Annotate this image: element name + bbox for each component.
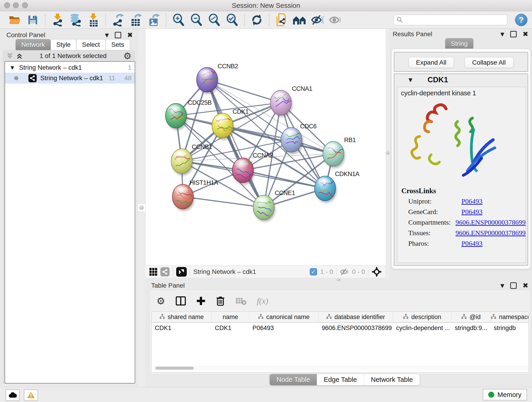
help-button[interactable]: ? bbox=[515, 14, 527, 26]
table-row[interactable]: CDK1CDK1P064939606.ENSP00000378699cyclin… bbox=[152, 323, 528, 333]
export-image-icon[interactable] bbox=[147, 13, 161, 27]
hidden-eye-icon[interactable] bbox=[340, 268, 349, 276]
close-panel-icon[interactable]: ✖ bbox=[523, 32, 528, 37]
import-network-database-icon[interactable] bbox=[68, 13, 82, 27]
scrollbar-thumb[interactable] bbox=[155, 367, 194, 370]
apply-layout-icon[interactable] bbox=[250, 13, 264, 27]
detach-view-icon[interactable] bbox=[176, 267, 187, 277]
table-cell[interactable]: cyclin-dependent ... bbox=[393, 323, 452, 333]
hide-selected-icon[interactable] bbox=[310, 13, 324, 27]
zoom-out-icon[interactable] bbox=[189, 13, 203, 27]
network-node-cdc6[interactable]: CDC6 bbox=[281, 123, 317, 154]
column-header[interactable]: shared name bbox=[152, 312, 212, 322]
save-session-icon[interactable] bbox=[26, 13, 40, 27]
selected-checkbox-icon[interactable]: ✓ bbox=[310, 268, 317, 275]
tab-network-table[interactable]: Network Table bbox=[364, 374, 420, 385]
panel-menu-icon[interactable]: ▼ bbox=[500, 283, 504, 288]
expand-all-icon[interactable] bbox=[16, 52, 23, 59]
tab-sets[interactable]: Sets bbox=[106, 39, 130, 50]
tab-network[interactable]: Network bbox=[16, 39, 51, 50]
delete-column-icon[interactable] bbox=[216, 296, 225, 306]
horizontal-splitter[interactable] bbox=[145, 278, 532, 281]
search-input[interactable] bbox=[403, 16, 496, 24]
network-edge[interactable] bbox=[207, 80, 264, 207]
crosslink-link[interactable]: P06493 bbox=[462, 240, 482, 247]
export-network-icon[interactable] bbox=[111, 13, 125, 27]
export-table-icon[interactable] bbox=[129, 13, 143, 27]
column-header[interactable]: canonical name bbox=[249, 312, 318, 322]
network-node-hist1h1a[interactable]: HIST1H1A bbox=[172, 179, 218, 211]
zoom-fit-icon[interactable] bbox=[207, 13, 221, 27]
network-row[interactable]: String Network – cdk1 11 48 bbox=[5, 73, 135, 84]
crosslink-link[interactable]: 9606.ENSP00000378699 bbox=[456, 229, 526, 237]
panel-menu-icon[interactable]: ▼ bbox=[105, 32, 109, 38]
first-neighbors-icon[interactable] bbox=[292, 13, 307, 27]
network-node-cdkn1a[interactable]: CDKN1A bbox=[315, 171, 360, 203]
float-panel-icon[interactable] bbox=[510, 31, 517, 37]
gene-collapse-icon[interactable]: ▼ bbox=[409, 77, 412, 83]
import-table-file-icon[interactable] bbox=[86, 13, 100, 27]
tab-select[interactable]: Select bbox=[76, 39, 106, 50]
table-horizontal-scrollbar[interactable] bbox=[153, 366, 529, 370]
grid-view-icon[interactable] bbox=[149, 268, 157, 276]
table-cell[interactable]: CDK1 bbox=[212, 323, 249, 333]
float-panel-icon[interactable] bbox=[115, 32, 121, 38]
collection-collapse-icon[interactable]: ▼ bbox=[11, 65, 14, 70]
network-node-rb1[interactable]: RB1 bbox=[323, 137, 356, 168]
crosslink-link[interactable]: 9606.ENSP00000378699 bbox=[456, 218, 526, 226]
network-graph[interactable]: CCNB2CCNA1CDC25BCDK1CDC6RB1CCNB1CCNA2CDK… bbox=[146, 29, 386, 265]
minimize-window-button[interactable] bbox=[13, 2, 19, 8]
network-node-ccnb1[interactable]: CCNB1 bbox=[171, 143, 212, 176]
crosslink-link[interactable]: P06493 bbox=[462, 208, 482, 216]
warning-button[interactable] bbox=[24, 389, 38, 401]
expand-all-button[interactable]: Expand All bbox=[409, 57, 454, 68]
column-header[interactable]: database identifier bbox=[318, 312, 393, 322]
network-edge[interactable] bbox=[183, 197, 264, 207]
delete-table-icon[interactable] bbox=[235, 297, 246, 305]
tab-edge-table[interactable]: Edge Table bbox=[317, 374, 364, 385]
column-header[interactable]: namespace bbox=[491, 312, 529, 322]
string-view-icon[interactable] bbox=[160, 267, 170, 276]
center-view-icon[interactable] bbox=[372, 267, 382, 277]
close-window-button[interactable] bbox=[4, 2, 10, 8]
show-columns-icon[interactable] bbox=[176, 296, 186, 306]
network-options-gear-icon[interactable]: ⚙ bbox=[123, 51, 132, 61]
function-builder-icon[interactable]: f(x) bbox=[257, 296, 268, 306]
network-edge[interactable] bbox=[243, 170, 325, 188]
network-canvas[interactable]: CCNB2CCNA1CDC25BCDK1CDC6RB1CCNB1CCNA2CDK… bbox=[145, 29, 386, 265]
table-cell[interactable]: 9606.ENSP00000378699 bbox=[318, 323, 393, 333]
tab-style[interactable]: Style bbox=[51, 39, 76, 50]
column-header[interactable]: @id bbox=[452, 312, 491, 322]
open-file-icon[interactable] bbox=[8, 13, 22, 27]
zoom-selected-icon[interactable] bbox=[225, 13, 239, 27]
column-header[interactable]: description bbox=[393, 312, 452, 322]
close-panel-icon[interactable]: ✖ bbox=[127, 32, 133, 38]
table-cell[interactable]: stringdb bbox=[491, 323, 529, 333]
show-all-icon[interactable] bbox=[328, 13, 342, 27]
table-cell[interactable]: P06493 bbox=[249, 323, 318, 333]
cloud-button[interactable] bbox=[6, 389, 20, 401]
float-panel-icon[interactable] bbox=[510, 282, 517, 289]
tab-node-table[interactable]: Node Table bbox=[270, 374, 317, 385]
table-cell[interactable]: CDK1 bbox=[152, 323, 212, 333]
zoom-in-icon[interactable] bbox=[171, 13, 186, 27]
import-network-file-icon[interactable] bbox=[51, 13, 65, 27]
collapse-all-button[interactable]: Collapse All bbox=[464, 57, 513, 68]
table-cell[interactable]: stringdb:9... bbox=[452, 323, 491, 333]
network-node-ccne1[interactable]: CCNE1 bbox=[253, 190, 295, 222]
crosslink-link[interactable]: P06493 bbox=[462, 197, 482, 205]
clone-network-icon[interactable] bbox=[274, 13, 289, 27]
create-column-icon[interactable] bbox=[196, 296, 206, 306]
horizontal-splitter-grip[interactable] bbox=[336, 279, 341, 281]
network-collection-row[interactable]: ▼ String Network – cdk1 1 bbox=[5, 62, 135, 73]
right-splitter-grip[interactable] bbox=[386, 151, 390, 155]
column-header[interactable]: name bbox=[212, 312, 249, 322]
collapse-all-icon[interactable] bbox=[6, 52, 13, 59]
search-field[interactable] bbox=[394, 15, 507, 25]
close-panel-icon[interactable]: ✖ bbox=[523, 283, 528, 288]
tab-string[interactable]: String bbox=[445, 38, 473, 49]
left-splitter[interactable] bbox=[137, 29, 146, 387]
left-splitter-grip[interactable] bbox=[137, 204, 146, 212]
panel-menu-icon[interactable]: ▼ bbox=[500, 32, 504, 37]
table-options-gear-icon[interactable]: ⚙ bbox=[157, 295, 165, 307]
